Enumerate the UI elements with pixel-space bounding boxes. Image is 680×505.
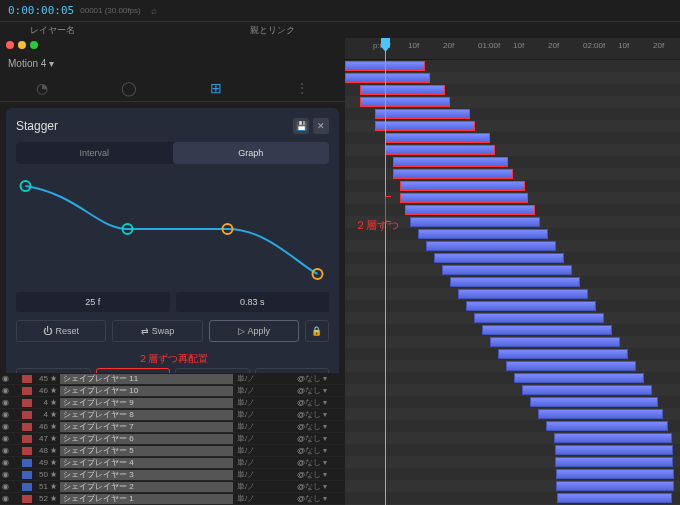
parent-value[interactable]: なし ▾ xyxy=(305,457,345,468)
layer-bar[interactable] xyxy=(442,265,572,275)
track-row[interactable] xyxy=(345,252,680,264)
layer-bar[interactable] xyxy=(466,301,596,311)
playhead[interactable] xyxy=(385,38,386,505)
layer-name[interactable]: シェイプレイヤー 9 xyxy=(60,398,233,408)
track-row[interactable] xyxy=(345,312,680,324)
blend-mode[interactable]: 単/ノ xyxy=(237,421,297,432)
blend-mode[interactable]: 単/ノ xyxy=(237,397,297,408)
layer-row[interactable]: ◉4★シェイプレイヤー 9単/ノ@ なし ▾ xyxy=(0,397,345,409)
layer-name[interactable]: シェイプレイヤー 2 xyxy=(60,482,233,492)
track-row[interactable] xyxy=(345,276,680,288)
easing-graph[interactable] xyxy=(16,174,329,284)
visibility-icon[interactable]: ◉ xyxy=(0,446,10,455)
layer-bar[interactable] xyxy=(458,289,588,299)
parent-value[interactable]: なし ▾ xyxy=(305,385,345,396)
label-color[interactable] xyxy=(22,483,32,491)
parent-value[interactable]: なし ▾ xyxy=(305,445,345,456)
track-row[interactable] xyxy=(345,432,680,444)
layer-name[interactable]: シェイプレイヤー 1 xyxy=(60,494,233,504)
track-row[interactable] xyxy=(345,324,680,336)
layer-bar[interactable] xyxy=(556,469,674,479)
parent-pick-icon[interactable]: @ xyxy=(297,410,305,419)
layer-bar[interactable] xyxy=(498,349,628,359)
layer-bar[interactable] xyxy=(345,73,430,83)
track-row[interactable] xyxy=(345,300,680,312)
track-row[interactable] xyxy=(345,456,680,468)
tab-interval[interactable]: Interval xyxy=(16,142,173,164)
track-row[interactable] xyxy=(345,420,680,432)
layer-name[interactable]: シェイプレイヤー 10 xyxy=(60,386,233,396)
search-icon[interactable]: ⌕ xyxy=(151,5,157,16)
layer-row[interactable]: ◉45★シェイプレイヤー 11単/ノ@ なし ▾ xyxy=(0,373,345,385)
label-color[interactable] xyxy=(22,471,32,479)
visibility-icon[interactable]: ◉ xyxy=(0,494,10,503)
track-row[interactable] xyxy=(345,288,680,300)
layer-name[interactable]: シェイプレイヤー 7 xyxy=(60,422,233,432)
track-row[interactable] xyxy=(345,156,680,168)
tab-grid-icon[interactable]: ⊞ xyxy=(210,80,222,96)
layer-bar[interactable] xyxy=(400,181,525,191)
lock-button[interactable]: 🔒 xyxy=(305,320,329,342)
label-color[interactable] xyxy=(22,495,32,503)
parent-pick-icon[interactable]: @ xyxy=(297,434,305,443)
layer-bar[interactable] xyxy=(557,493,672,503)
parent-pick-icon[interactable]: @ xyxy=(297,494,305,503)
visibility-icon[interactable]: ◉ xyxy=(0,386,10,395)
parent-pick-icon[interactable]: @ xyxy=(297,374,305,383)
timeline-pane[interactable]: p:00f10f20f01:00f10f20f02:00f10f20f03:00… xyxy=(345,38,680,505)
visibility-icon[interactable]: ◉ xyxy=(0,470,10,479)
blend-mode[interactable]: 単/ノ xyxy=(237,433,297,444)
track-row[interactable] xyxy=(345,396,680,408)
tab-clock-icon[interactable]: ◔ xyxy=(36,80,48,96)
track-row[interactable] xyxy=(345,72,680,84)
layer-bar[interactable] xyxy=(554,433,672,443)
parent-pick-icon[interactable]: @ xyxy=(297,422,305,431)
visibility-icon[interactable]: ◉ xyxy=(0,422,10,431)
frames-value[interactable]: 25 f xyxy=(16,292,170,312)
track-row[interactable] xyxy=(345,180,680,192)
close-panel-icon[interactable]: ✕ xyxy=(313,118,329,134)
minimize-icon[interactable] xyxy=(18,41,26,49)
blend-mode[interactable]: 単/ノ xyxy=(237,469,297,480)
track-row[interactable] xyxy=(345,348,680,360)
track-row[interactable] xyxy=(345,336,680,348)
parent-pick-icon[interactable]: @ xyxy=(297,458,305,467)
blend-mode[interactable]: 単/ノ xyxy=(237,481,297,492)
track-row[interactable] xyxy=(345,120,680,132)
apply-button[interactable]: ▷Apply xyxy=(209,320,299,342)
layer-bar[interactable] xyxy=(474,313,604,323)
visibility-icon[interactable]: ◉ xyxy=(0,482,10,491)
layer-bar[interactable] xyxy=(434,253,564,263)
layer-name[interactable]: シェイプレイヤー 6 xyxy=(60,434,233,444)
track-row[interactable] xyxy=(345,480,680,492)
track-row[interactable] xyxy=(345,84,680,96)
layer-bar[interactable] xyxy=(482,325,612,335)
blend-mode[interactable]: 単/ノ xyxy=(237,373,297,384)
parent-pick-icon[interactable]: @ xyxy=(297,446,305,455)
track-row[interactable] xyxy=(345,444,680,456)
layer-bar[interactable] xyxy=(546,421,668,431)
blend-mode[interactable]: 単/ノ xyxy=(237,409,297,420)
layer-bar[interactable] xyxy=(400,193,528,203)
track-row[interactable] xyxy=(345,408,680,420)
visibility-icon[interactable]: ◉ xyxy=(0,434,10,443)
parent-value[interactable]: なし ▾ xyxy=(305,493,345,504)
reset-button[interactable]: ⏻Reset xyxy=(16,320,106,342)
blend-mode[interactable]: 単/ノ xyxy=(237,457,297,468)
label-color[interactable] xyxy=(22,423,32,431)
layer-row[interactable]: ◉46★シェイプレイヤー 7単/ノ@ なし ▾ xyxy=(0,421,345,433)
layer-bar[interactable] xyxy=(450,277,580,287)
layer-row[interactable]: ◉52★シェイプレイヤー 1単/ノ@ なし ▾ xyxy=(0,493,345,505)
layer-row[interactable]: ◉4★シェイプレイヤー 8単/ノ@ なし ▾ xyxy=(0,409,345,421)
layer-bar[interactable] xyxy=(555,457,673,467)
label-color[interactable] xyxy=(22,435,32,443)
track-row[interactable] xyxy=(345,60,680,72)
layer-row[interactable]: ◉48★シェイプレイヤー 5単/ノ@ なし ▾ xyxy=(0,445,345,457)
tab-graph[interactable]: Graph xyxy=(173,142,330,164)
layer-bar[interactable] xyxy=(514,373,644,383)
tab-dots-icon[interactable]: ⋮ xyxy=(295,80,309,96)
visibility-icon[interactable]: ◉ xyxy=(0,458,10,467)
label-color[interactable] xyxy=(22,387,32,395)
layer-bar[interactable] xyxy=(393,157,508,167)
parent-pick-icon[interactable]: @ xyxy=(297,482,305,491)
